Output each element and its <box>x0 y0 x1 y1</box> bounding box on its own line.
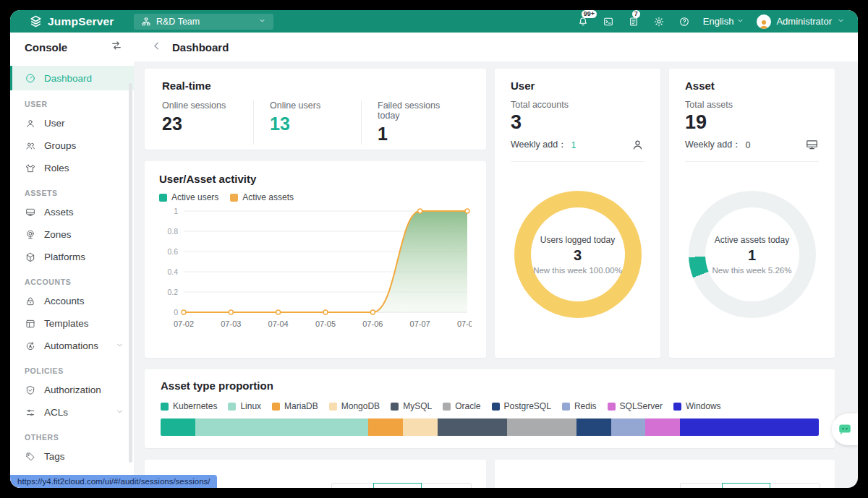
legend-mariadb[interactable]: MariaDB <box>272 401 318 411</box>
tab-weekly[interactable]: Weekly <box>373 483 422 488</box>
tab-monthly[interactable]: Monthly <box>421 483 472 488</box>
sidebar-item-user[interactable]: User <box>10 112 134 134</box>
svg-text:0.8: 0.8 <box>167 227 178 236</box>
svg-text:07-07: 07-07 <box>410 319 430 328</box>
legend-swatch <box>608 403 616 411</box>
asset-card-title: Asset <box>685 80 819 92</box>
org-name: R&D Team <box>156 17 200 27</box>
sidebar-item-label: Accounts <box>44 296 85 306</box>
sidebar-scrollbar[interactable] <box>129 83 132 463</box>
tab-today[interactable]: Today <box>680 483 723 488</box>
tasks-button[interactable]: 7 <box>627 15 640 28</box>
sidebar-item-platforms[interactable]: Platforms <box>10 246 134 268</box>
help-icon <box>678 16 690 27</box>
sidebar-section-policies: POLICIES <box>10 357 134 379</box>
login-asset-ranking-title: Login asset ranking <box>509 486 612 489</box>
chevron-down-icon <box>258 17 266 27</box>
chevron-down-icon <box>116 340 124 351</box>
tags-icon <box>25 451 36 463</box>
legend-mysql[interactable]: MySQL <box>391 401 432 411</box>
legend-swatch <box>230 194 238 202</box>
legend-sqlserver[interactable]: SQLServer <box>608 401 663 411</box>
legend-windows[interactable]: Windows <box>673 401 721 411</box>
gear-icon <box>653 16 665 27</box>
sidebar-collapse-button[interactable] <box>111 40 122 54</box>
legend-linux[interactable]: Linux <box>228 401 261 411</box>
legend-mongodb[interactable]: MongoDB <box>329 401 380 411</box>
notifications-button[interactable]: 99+ <box>576 15 590 28</box>
realtime-title: Real-time <box>162 80 469 92</box>
svg-text:1: 1 <box>174 207 178 215</box>
language-selector[interactable]: English <box>703 16 745 27</box>
templates-icon <box>25 318 36 330</box>
web-terminal-button[interactable] <box>602 15 615 28</box>
settings-button[interactable] <box>652 15 665 28</box>
realtime-card: Real-time Online sessions 23 Online user… <box>145 69 486 150</box>
tab-weekly[interactable]: Weekly <box>722 483 770 488</box>
terminal-icon <box>603 16 614 27</box>
main-header: Dashboard <box>134 33 858 61</box>
user-menu[interactable]: Administrator <box>757 14 845 29</box>
legend-postgresql[interactable]: PostgreSQL <box>492 401 551 411</box>
back-button[interactable] <box>151 40 162 54</box>
topbar: JumpServer R&D Team 99+ 7 <box>10 10 858 33</box>
org-icon <box>141 17 151 27</box>
bar-segment-postgresql <box>576 418 611 436</box>
help-button[interactable] <box>678 15 691 28</box>
svg-text:07-06: 07-06 <box>362 319 383 328</box>
legend-swatch <box>562 403 570 411</box>
sidebar-item-authorization[interactable]: Authorization <box>10 379 134 401</box>
activity-legend: Active usersActive assets <box>159 192 472 202</box>
legend-active-users[interactable]: Active users <box>159 192 218 202</box>
asset-card: Asset Total assets 19 Weekly add： 0 <box>669 69 835 358</box>
legend-active-assets[interactable]: Active assets <box>230 192 294 202</box>
platforms-icon <box>25 252 36 263</box>
dashboard-icon <box>25 72 36 84</box>
legend-redis[interactable]: Redis <box>562 401 597 411</box>
username: Administrator <box>776 16 832 27</box>
stat-failed-sessions: Failed sessions today 1 <box>361 100 469 145</box>
roles-icon <box>25 163 36 174</box>
logo[interactable]: JumpServer <box>10 14 134 28</box>
org-selector[interactable]: R&D Team <box>134 14 273 30</box>
proportion-legend: KubernetesLinuxMariaDBMongoDBMySQLOracle… <box>161 401 819 411</box>
bar-segment-windows <box>680 418 819 436</box>
sidebar-item-groups[interactable]: Groups <box>10 134 134 157</box>
asset-donut-chart: Active assets today 1 New this week 5.26… <box>689 191 816 318</box>
legend-swatch <box>391 403 399 411</box>
groups-icon <box>25 140 36 152</box>
app-window: JumpServer R&D Team 99+ 7 <box>10 10 858 488</box>
tab-monthly[interactable]: Monthly <box>770 483 820 488</box>
sidebar-item-label: Tags <box>44 451 65 462</box>
svg-text:0.4: 0.4 <box>167 267 178 276</box>
legend-oracle[interactable]: Oracle <box>443 401 480 411</box>
legend-kubernetes[interactable]: Kubernetes <box>161 401 217 411</box>
sidebar-item-accounts[interactable]: Accounts <box>10 290 134 312</box>
sidebar-item-assets[interactable]: Assets <box>10 201 134 223</box>
sidebar-item-label: Roles <box>44 163 69 173</box>
svg-text:07-08: 07-08 <box>457 319 472 328</box>
sidebar-item-zones[interactable]: Zones <box>10 223 134 246</box>
user-donut-chart: Users logged today 3 New this week 100.0… <box>514 191 642 318</box>
svg-text:07-04: 07-04 <box>268 319 289 328</box>
svg-text:07-03: 07-03 <box>221 319 241 328</box>
bar-segment-sqlserver <box>645 418 680 436</box>
sidebar-item-label: Groups <box>44 140 76 151</box>
sidebar-item-automations[interactable]: Automations <box>10 335 134 357</box>
sidebar-section-assets: ASSETS <box>10 179 134 201</box>
sidebar-item-dashboard[interactable]: Dashboard <box>10 66 134 90</box>
sidebar-item-acls[interactable]: ACLs <box>10 401 134 424</box>
legend-swatch <box>673 403 681 411</box>
tab-today[interactable]: Today <box>331 483 374 488</box>
sidebar-item-label: Templates <box>44 318 89 329</box>
svg-text:07-02: 07-02 <box>174 319 194 328</box>
sidebar-item-roles[interactable]: Roles <box>10 157 134 179</box>
user-icon <box>25 118 36 129</box>
sidebar-item-label: ACLs <box>44 407 68 418</box>
activity-card: User/Asset activity Active usersActive a… <box>145 161 486 358</box>
sidebar-item-templates[interactable]: Templates <box>10 312 134 335</box>
chat-assistant-button[interactable] <box>832 413 858 445</box>
sidebar-item-tags[interactable]: Tags <box>10 445 134 468</box>
legend-swatch <box>161 403 169 411</box>
chevron-down-icon <box>116 407 124 418</box>
